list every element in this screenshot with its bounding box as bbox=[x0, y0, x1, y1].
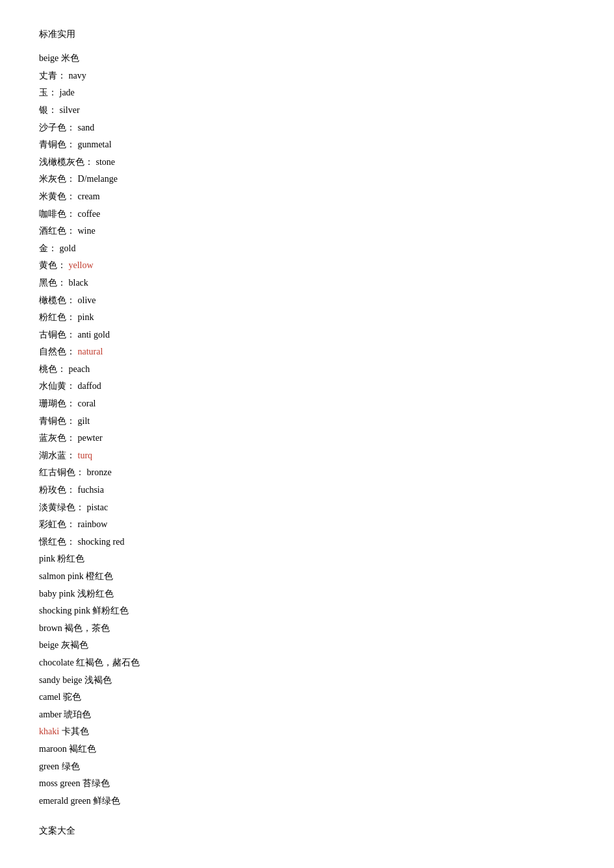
english-label: camel bbox=[39, 692, 60, 702]
chinese-label: 水仙黄： bbox=[39, 381, 75, 391]
list-item: 憬红色： shocking red bbox=[39, 534, 575, 551]
english-label: baby pink bbox=[39, 589, 75, 599]
list-item: brown 褐色，茶色 bbox=[39, 620, 575, 638]
english-label: coffee bbox=[78, 209, 101, 219]
chinese-label: 绿色 bbox=[62, 762, 80, 771]
chinese-label: 桃色： bbox=[39, 364, 66, 374]
english-label: gold bbox=[60, 243, 76, 253]
chinese-label: 褐红色 bbox=[69, 744, 96, 754]
list-item: maroon 褐红色 bbox=[39, 741, 575, 758]
english-label: salmon pink bbox=[39, 571, 84, 581]
list-item: 湖水蓝： turq bbox=[39, 447, 575, 465]
list-item: 粉玫色： fuchsia bbox=[39, 482, 575, 499]
list-item: 红古铜色： bronze bbox=[39, 464, 575, 482]
list-item: 米灰色： D/melange bbox=[39, 171, 575, 188]
english-label: daffod bbox=[78, 381, 101, 391]
list-item: beige 灰褐色 bbox=[39, 637, 575, 654]
chinese-label: 自然色： bbox=[39, 347, 75, 356]
list-item: 青铜色： gunmetal bbox=[39, 136, 575, 154]
list-item: 黄色： yellow bbox=[39, 257, 575, 275]
english-label: silver bbox=[60, 105, 80, 115]
chinese-label: 红褐色，赭石色 bbox=[76, 658, 140, 667]
chinese-label: 米灰色： bbox=[39, 174, 75, 184]
chinese-label: 沙子色： bbox=[39, 123, 75, 132]
chinese-label: 湖水蓝： bbox=[39, 451, 75, 460]
list-item: chocolate 红褐色，赭石色 bbox=[39, 654, 575, 672]
english-label: navy bbox=[69, 71, 86, 81]
english-label: turq bbox=[78, 451, 93, 460]
chinese-label: 蓝灰色： bbox=[39, 433, 75, 443]
list-item: 青铜色： gilt bbox=[39, 413, 575, 430]
list-item: camel 驼色 bbox=[39, 689, 575, 706]
chinese-label: 鲜粉红色 bbox=[92, 606, 129, 615]
list-item: amber 琥珀色 bbox=[39, 706, 575, 724]
english-label: emerald green bbox=[39, 796, 91, 806]
chinese-label: 憬红色： bbox=[39, 537, 75, 547]
english-label: sandy beige bbox=[39, 675, 82, 685]
english-label: rainbow bbox=[78, 519, 108, 529]
chinese-label: 丈青： bbox=[39, 71, 66, 81]
english-label: stone bbox=[96, 157, 116, 167]
chinese-label: 粉红色 bbox=[57, 554, 84, 564]
list-item: 银： silver bbox=[39, 102, 575, 119]
chinese-label: 琥珀色 bbox=[64, 710, 91, 719]
list-item: 古铜色： anti gold bbox=[39, 327, 575, 344]
list-item: 咖啡色： coffee bbox=[39, 206, 575, 223]
list-item: 珊瑚色： coral bbox=[39, 395, 575, 413]
chinese-label: 浅粉红色 bbox=[77, 589, 114, 599]
chinese-label: 鲜绿色 bbox=[93, 796, 120, 806]
english-label: moss green bbox=[39, 778, 80, 788]
english-label: beige bbox=[39, 640, 58, 650]
chinese-label: 红古铜色： bbox=[39, 467, 84, 477]
chinese-label: 卡其色 bbox=[62, 726, 89, 736]
chinese-label: 彩虹色： bbox=[39, 519, 75, 529]
chinese-label: 苔绿色 bbox=[83, 778, 110, 788]
chinese-label: 咖啡色： bbox=[39, 209, 75, 219]
english-label: wine bbox=[78, 226, 96, 236]
english-label: khaki bbox=[39, 726, 59, 736]
chinese-label: 粉红色： bbox=[39, 312, 75, 322]
english-label: shocking pink bbox=[39, 606, 90, 615]
section-title-standard: 标准实用 bbox=[39, 26, 575, 42]
english-label: D/melange bbox=[78, 174, 118, 184]
list-item: 黑色： black bbox=[39, 275, 575, 292]
english-label: peach bbox=[69, 364, 90, 374]
chinese-label: 灰褐色 bbox=[61, 640, 88, 650]
english-label: chocolate bbox=[39, 658, 74, 667]
list-item: 橄榄色： olive bbox=[39, 292, 575, 310]
english-label: bronze bbox=[87, 467, 112, 477]
chinese-label: 浅橄榄灰色： bbox=[39, 157, 94, 167]
list-item: 沙子色： sand bbox=[39, 119, 575, 137]
english-label: green bbox=[39, 762, 59, 771]
list-item: pink 粉红色 bbox=[39, 551, 575, 568]
footer-section: 文案大全 bbox=[39, 823, 575, 839]
list-item: 丈青： navy bbox=[39, 68, 575, 85]
list-item: sandy beige 浅褐色 bbox=[39, 672, 575, 689]
list-item: 金： gold bbox=[39, 240, 575, 258]
list-item: khaki 卡其色 bbox=[39, 723, 575, 741]
english-label: coral bbox=[78, 399, 96, 408]
english-label: 米色 bbox=[61, 53, 79, 63]
english-label: gunmetal bbox=[78, 140, 112, 149]
english-label: black bbox=[69, 278, 88, 288]
english-label: fuchsia bbox=[78, 485, 104, 495]
chinese-label: 粉玫色： bbox=[39, 485, 75, 495]
page-container: 标准实用 beige 米色 丈青： navy 玉： jade 银： silver… bbox=[39, 26, 575, 839]
chinese-label: 古铜色： bbox=[39, 330, 75, 340]
list-item: 淡黄绿色： pistac bbox=[39, 499, 575, 517]
english-label: maroon bbox=[39, 744, 67, 754]
english-label: jade bbox=[60, 88, 75, 97]
chinese-label: beige bbox=[39, 53, 58, 63]
english-label: pink bbox=[39, 554, 55, 564]
english-label: pewter bbox=[78, 433, 103, 443]
chinese-label: 淡黄绿色： bbox=[39, 502, 84, 512]
english-label: pistac bbox=[87, 502, 109, 512]
chinese-label: 浅褐色 bbox=[84, 675, 112, 685]
chinese-label: 青铜色： bbox=[39, 140, 75, 149]
list-item: 米黄色： cream bbox=[39, 188, 575, 206]
english-label: sand bbox=[78, 123, 95, 132]
list-item: 水仙黄： daffod bbox=[39, 378, 575, 395]
list-item: 酒红色： wine bbox=[39, 223, 575, 240]
chinese-label: 橄榄色： bbox=[39, 295, 75, 305]
chinese-label: 褐色，茶色 bbox=[64, 623, 110, 633]
